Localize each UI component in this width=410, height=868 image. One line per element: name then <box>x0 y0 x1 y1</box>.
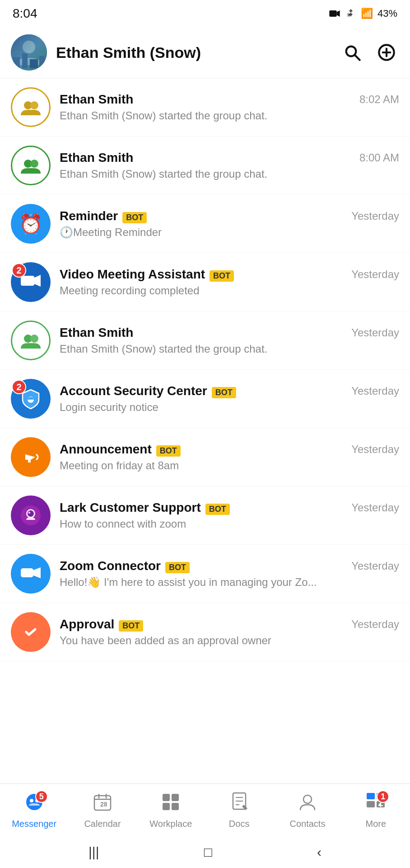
nav-label-calendar: Calendar <box>84 819 121 829</box>
nav-item-contacts[interactable]: Contacts <box>273 784 341 836</box>
chat-name-row-10: ApprovalBOT Yesterday <box>60 617 399 632</box>
chat-preview-10: You have been added as an approval owner <box>60 634 271 646</box>
bot-badge-3: BOT <box>122 212 147 223</box>
chat-name-4: Video Meeting AssistantBOT <box>60 267 234 282</box>
chat-time-5: Yesterday <box>351 326 399 339</box>
chat-preview-3: 🕐Meeting Reminder <box>60 226 162 238</box>
status-bar: 8:04 ✳ 📶 43% <box>0 0 410 27</box>
avatar-svg <box>11 34 47 71</box>
group-avatar-svg-2 <box>19 154 42 177</box>
bot-badge-8: BOT <box>205 504 230 515</box>
chat-name-1: Ethan Smith <box>60 92 133 107</box>
svg-rect-40 <box>163 794 170 801</box>
chat-name-row-9: Zoom ConnectorBOT Yesterday <box>60 559 399 573</box>
svg-rect-42 <box>163 803 170 810</box>
chat-time-10: Yesterday <box>351 618 399 631</box>
bot-badge-6: BOT <box>212 387 236 398</box>
svg-point-27 <box>28 510 34 517</box>
svg-point-33 <box>30 799 33 802</box>
avatar-8 <box>11 495 51 535</box>
nav-item-docs[interactable]: Docs <box>205 784 273 836</box>
chat-name-7: AnnouncementBOT <box>60 442 181 457</box>
svg-text:28: 28 <box>100 801 107 808</box>
chat-time-9: Yesterday <box>351 560 399 572</box>
avatar-7 <box>11 437 51 477</box>
contacts-icon <box>298 792 317 812</box>
chat-name-8: Lark Customer SupportBOT <box>60 500 230 515</box>
nav-item-workplace[interactable]: Workplace <box>137 784 205 836</box>
avatar-wrapper-10 <box>11 612 51 652</box>
chat-name-row-3: ReminderBOT Yesterday <box>60 209 399 223</box>
home-btn[interactable]: □ <box>204 844 212 860</box>
header: Ethan Smith (Snow) <box>0 27 410 78</box>
chat-item-7[interactable]: AnnouncementBOT Yesterday Meeting on fri… <box>0 428 410 486</box>
chat-name-6: Account Security CenterBOT <box>60 384 236 398</box>
svg-rect-43 <box>172 803 179 810</box>
chat-preview-4: Meeting recording completed <box>60 284 200 297</box>
search-button[interactable] <box>340 40 365 65</box>
chat-content-1: Ethan Smith 8:02 AM Ethan Smith (Snow) s… <box>60 92 399 122</box>
nav-item-calendar[interactable]: 28 Calendar <box>68 784 136 836</box>
avatar-wrapper-7 <box>11 437 51 477</box>
svg-rect-49 <box>367 793 375 799</box>
announcement-icon <box>19 445 42 469</box>
svg-rect-19 <box>21 276 34 286</box>
approval-icon <box>19 620 42 644</box>
bot-badge-10: BOT <box>119 620 143 632</box>
chat-item-8[interactable]: Lark Customer SupportBOT Yesterday How t… <box>0 486 410 545</box>
back-btn[interactable]: ‹ <box>317 844 321 860</box>
lark-support-icon <box>19 504 42 527</box>
header-actions <box>340 40 399 65</box>
chat-name-row-8: Lark Customer SupportBOT Yesterday <box>60 500 399 515</box>
chat-item-4[interactable]: 2 Video Meeting AssistantBOT Yesterday M… <box>0 253 410 311</box>
contacts-nav-icon <box>298 792 317 816</box>
svg-line-11 <box>355 55 360 60</box>
chat-content-6: Account Security CenterBOT Yesterday Log… <box>60 384 399 414</box>
group-avatar-svg-5 <box>19 329 42 352</box>
chat-item-5[interactable]: Ethan Smith Yesterday Ethan Smith (Snow)… <box>0 311 410 370</box>
chat-time-4: Yesterday <box>351 268 399 281</box>
avatar-wrapper-8 <box>11 495 51 535</box>
recent-apps-btn[interactable]: ||| <box>89 844 99 860</box>
messenger-nav-icon: 5 <box>24 792 44 816</box>
unread-badge-4: 2 <box>12 263 26 278</box>
chat-content-4: Video Meeting AssistantBOT Yesterday Mee… <box>60 267 399 297</box>
svg-rect-7 <box>22 53 28 68</box>
chat-name-9: Zoom ConnectorBOT <box>60 559 190 573</box>
chat-preview-5: Ethan Smith (Snow) started the group cha… <box>60 343 267 355</box>
video-status-icon <box>328 7 341 20</box>
nav-item-more[interactable]: 1 More <box>342 784 410 836</box>
svg-rect-6 <box>13 57 20 68</box>
battery-text: 43% <box>377 8 397 19</box>
chat-time-2: 8:00 AM <box>359 151 399 164</box>
chat-item-1[interactable]: Ethan Smith 8:02 AM Ethan Smith (Snow) s… <box>0 78 410 137</box>
chat-content-10: ApprovalBOT Yesterday You have been adde… <box>60 617 399 647</box>
avatar-5 <box>11 321 51 360</box>
reminder-icon: ⏰ <box>19 213 42 235</box>
group-avatar-svg-1 <box>19 95 42 119</box>
chat-preview-8: How to connect with zoom <box>60 518 186 530</box>
chat-preview-7: Meeting on friday at 8am <box>60 459 179 472</box>
workplace-icon <box>161 792 181 812</box>
chat-item-3[interactable]: ⏰ ReminderBOT Yesterday 🕐Meeting Reminde… <box>0 195 410 253</box>
bot-badge-7: BOT <box>156 445 181 457</box>
chat-item-9[interactable]: Zoom ConnectorBOT Yesterday Hello!👋 I'm … <box>0 545 410 603</box>
chat-name-row-5: Ethan Smith Yesterday <box>60 326 399 340</box>
svg-point-16 <box>30 101 38 109</box>
user-avatar[interactable] <box>11 34 47 71</box>
svg-marker-30 <box>33 567 41 578</box>
nav-item-messenger[interactable]: 5 Messenger <box>0 784 68 836</box>
chat-content-9: Zoom ConnectorBOT Yesterday Hello!👋 I'm … <box>60 559 399 589</box>
chat-item-10[interactable]: ApprovalBOT Yesterday You have been adde… <box>0 603 410 661</box>
chat-time-1: 8:02 AM <box>359 93 399 106</box>
chat-content-8: Lark Customer SupportBOT Yesterday How t… <box>60 500 399 530</box>
svg-text:✳: ✳ <box>346 11 352 19</box>
chat-item-2[interactable]: Ethan Smith 8:00 AM Ethan Smith (Snow) s… <box>0 137 410 195</box>
svg-rect-29 <box>21 568 33 577</box>
avatar-wrapper-4: 2 <box>11 262 51 302</box>
calendar-nav-icon: 28 <box>93 792 112 816</box>
chat-name-row-1: Ethan Smith 8:02 AM <box>60 92 399 107</box>
chat-item-6[interactable]: 2 Account Security CenterBOT Yesterday L… <box>0 370 410 428</box>
svg-point-18 <box>30 160 38 168</box>
add-button[interactable] <box>374 40 399 65</box>
